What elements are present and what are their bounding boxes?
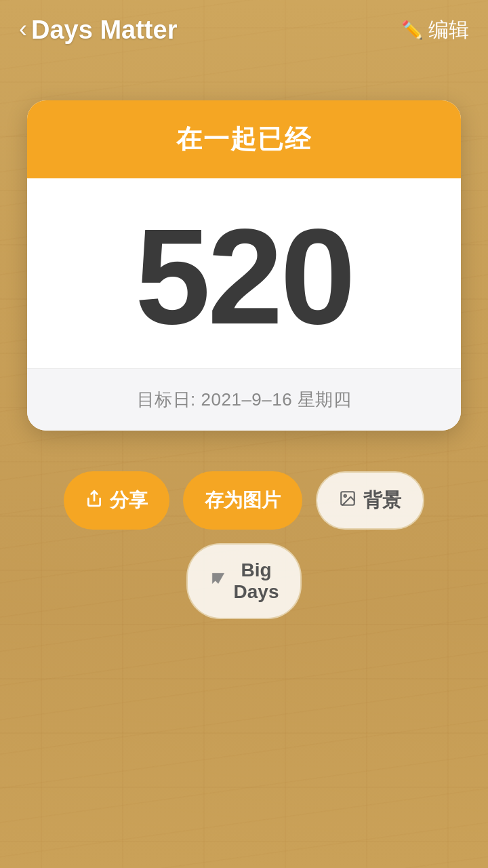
card-header: 在一起已经 xyxy=(27,100,461,178)
edit-button[interactable]: ✏️ 编辑 xyxy=(401,16,469,44)
background-icon xyxy=(339,490,357,512)
back-arrow-icon: ‹ xyxy=(19,15,27,43)
edit-label: 编辑 xyxy=(428,16,469,44)
card-body: 520 xyxy=(27,178,461,368)
background-button[interactable]: 背景 xyxy=(316,471,424,530)
save-image-button[interactable]: 存为图片 xyxy=(183,471,302,530)
target-date: 目标日: 2021–9–16 星期四 xyxy=(54,388,434,412)
edit-icon: ✏️ xyxy=(401,20,423,41)
background-label: 背景 xyxy=(363,488,401,513)
share-label: 分享 xyxy=(110,488,148,513)
back-button[interactable]: ‹ Days Matter xyxy=(19,16,177,45)
big-days-label: BigDays xyxy=(234,559,279,603)
days-card: 在一起已经 520 目标日: 2021–9–16 星期四 xyxy=(27,100,461,431)
save-image-label: 存为图片 xyxy=(205,488,281,513)
action-buttons: 分享 存为图片 背景 BigDays xyxy=(0,431,488,619)
big-days-button[interactable]: BigDays xyxy=(186,543,302,619)
nav-bar: ‹ Days Matter ✏️ 编辑 xyxy=(0,0,488,60)
days-count: 520 xyxy=(135,209,353,344)
share-button[interactable]: 分享 xyxy=(64,471,169,530)
card-footer: 目标日: 2021–9–16 星期四 xyxy=(27,368,461,431)
card-title: 在一起已经 xyxy=(54,122,434,157)
svg-point-2 xyxy=(344,494,346,496)
share-icon xyxy=(85,490,103,512)
main-content: 在一起已经 520 目标日: 2021–9–16 星期四 xyxy=(0,60,488,431)
app-title: Days Matter xyxy=(31,16,177,45)
big-days-icon xyxy=(209,570,227,593)
